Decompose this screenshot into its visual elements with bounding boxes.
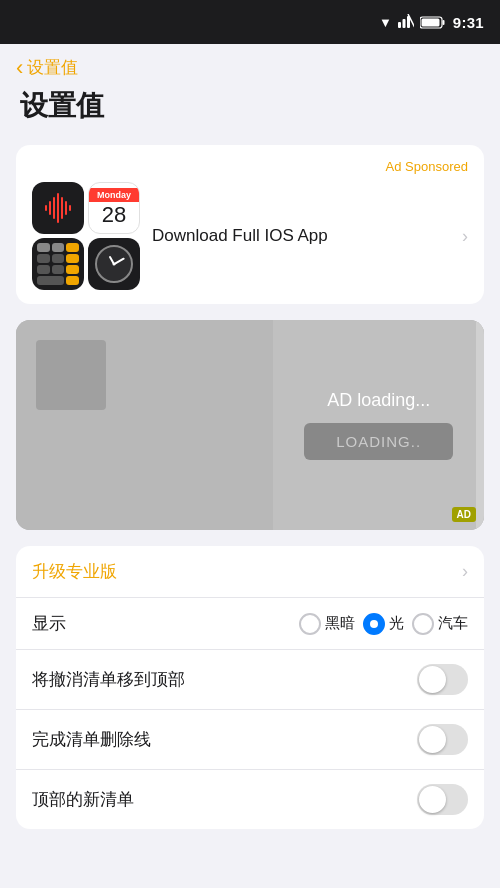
status-icons: ▼: [379, 14, 445, 31]
display-row[interactable]: 显示 黑暗 光 汽车: [16, 598, 484, 650]
clock-icon: [88, 238, 140, 290]
header: ‹ 设置值: [0, 44, 500, 87]
back-chevron-icon: ‹: [16, 57, 23, 79]
calendar-date: 28: [102, 202, 126, 228]
ad-card[interactable]: Ad Sponsored: [16, 145, 484, 304]
upgrade-row[interactable]: 升级专业版 ›: [16, 546, 484, 598]
radio-light[interactable]: 光: [363, 613, 404, 635]
strikethrough-row[interactable]: 完成清单删除线: [16, 710, 484, 770]
calendar-day: Monday: [89, 188, 139, 202]
voice-memos-icon: [32, 182, 84, 234]
back-button[interactable]: ‹ 设置值: [16, 56, 78, 79]
upgrade-label: 升级专业版: [32, 560, 462, 583]
ad-placeholder-left: [16, 320, 273, 530]
waveform: [45, 182, 71, 234]
new-list-top-label: 顶部的新清单: [32, 788, 417, 811]
ad-loading-text: AD loading...: [327, 390, 430, 411]
move-to-top-toggle-thumb: [419, 666, 446, 693]
ad-loading-section: AD loading... LOADING.. AD: [16, 320, 484, 530]
settings-section: 升级专业版 › 显示 黑暗 光: [16, 546, 484, 829]
move-to-top-row[interactable]: 将撤消清单移到顶部: [16, 650, 484, 710]
battery-icon: [420, 16, 445, 29]
radio-dark[interactable]: 黑暗: [299, 613, 355, 635]
svg-rect-1: [402, 19, 405, 28]
radio-auto-circle: [412, 613, 434, 635]
ad-badge: AD: [452, 507, 476, 522]
svg-rect-0: [398, 22, 401, 28]
clock-center-dot: [113, 263, 116, 266]
new-list-top-toggle-thumb: [419, 786, 446, 813]
app-icons-grid: Monday 28: [32, 182, 140, 290]
status-bar: ▼ 9:31: [0, 0, 500, 44]
signal-blocked-icon: [398, 14, 414, 31]
upgrade-chevron-icon: ›: [462, 561, 468, 582]
status-time: 9:31: [453, 14, 484, 31]
clock-face: [95, 245, 133, 283]
back-label: 设置值: [27, 56, 78, 79]
ad-content-row: Monday 28: [32, 182, 468, 290]
display-radio-group: 黑暗 光 汽车: [299, 613, 468, 635]
svg-rect-7: [421, 18, 439, 26]
radio-light-circle: [363, 613, 385, 635]
ad-loading-button[interactable]: LOADING..: [304, 423, 453, 460]
content-area: ‹ 设置值 设置值 Ad Sponsored: [0, 44, 500, 888]
move-to-top-toggle[interactable]: [417, 664, 468, 695]
wifi-icon: ▼: [379, 15, 392, 30]
new-list-top-row[interactable]: 顶部的新清单: [16, 770, 484, 829]
download-row: Download Full IOS App ›: [152, 226, 468, 247]
ad-placeholder-right: AD loading... LOADING..: [273, 320, 484, 530]
calendar-icon: Monday 28: [88, 182, 140, 234]
calculator-icon: [32, 238, 84, 290]
new-list-top-toggle[interactable]: [417, 784, 468, 815]
ad-right-strip: [476, 320, 484, 530]
radio-dark-circle: [299, 613, 321, 635]
download-chevron-icon: ›: [462, 226, 468, 247]
ad-sponsored-row: Ad Sponsored: [32, 159, 468, 174]
page-title: 设置值: [20, 90, 104, 121]
ad-text-section[interactable]: Download Full IOS App ›: [152, 226, 468, 247]
move-to-top-label: 将撤消清单移到顶部: [32, 668, 417, 691]
upgrade-row-right: ›: [462, 561, 468, 582]
radio-dark-label: 黑暗: [325, 614, 355, 633]
radio-light-label: 光: [389, 614, 404, 633]
display-label: 显示: [32, 612, 299, 635]
svg-rect-6: [442, 20, 444, 25]
ad-sponsored-label: Ad Sponsored: [386, 159, 468, 174]
strikethrough-toggle[interactable]: [417, 724, 468, 755]
strikethrough-toggle-thumb: [419, 726, 446, 753]
radio-auto[interactable]: 汽车: [412, 613, 468, 635]
ad-placeholder-square: [36, 340, 106, 410]
download-label: Download Full IOS App: [152, 226, 328, 246]
strikethrough-label: 完成清单删除线: [32, 728, 417, 751]
radio-auto-label: 汽车: [438, 614, 468, 633]
